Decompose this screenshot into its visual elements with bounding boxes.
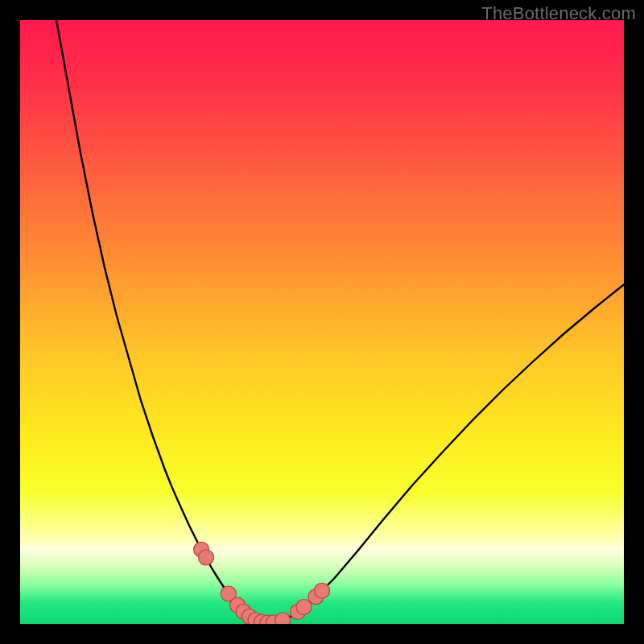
gradient-background [20, 20, 624, 624]
data-marker [275, 613, 291, 624]
plot-area [20, 20, 624, 624]
chart-frame: TheBottleneck.com [0, 0, 644, 644]
data-marker [315, 583, 330, 598]
data-marker [296, 600, 312, 615]
data-marker [199, 550, 214, 565]
bottleneck-chart [20, 20, 624, 624]
